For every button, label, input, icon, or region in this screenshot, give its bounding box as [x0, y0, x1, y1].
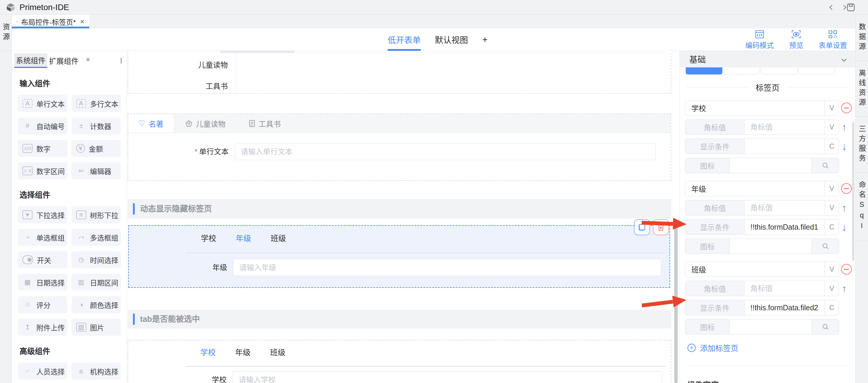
properties-panel: 基础 标签页 V 角标值	[680, 51, 855, 383]
tab-reference-books[interactable]: 工具书	[237, 114, 292, 133]
display-condition-input[interactable]	[745, 219, 825, 234]
tab-class[interactable]: 班级	[270, 346, 285, 357]
display-condition-input[interactable]	[745, 139, 825, 154]
component-color-picker[interactable]: ◑颜色选择	[71, 296, 121, 313]
school-input[interactable]	[232, 371, 662, 383]
move-up-icon[interactable]: ↑	[842, 283, 847, 294]
document-tab-active[interactable]: 布局控件-标签页* ×	[12, 15, 89, 28]
add-tab-page-button[interactable]: + 添加标签页	[687, 342, 855, 353]
component-editor[interactable]: A≡编辑器	[71, 162, 121, 179]
books-tabbar: ♡ 名著 儿童读物 工具书	[128, 114, 671, 133]
component-image[interactable]: ▧图片	[71, 319, 121, 336]
component-amount[interactable]: ¥金额	[71, 140, 121, 157]
variable-toggle[interactable]: V	[825, 100, 839, 115]
move-up-icon[interactable]: ↑	[842, 202, 847, 214]
tab-name-input[interactable]	[685, 181, 825, 196]
sidebar-item-offline-resources[interactable]: 离线资源	[856, 61, 868, 117]
component-rating[interactable]: ☆评分	[18, 296, 67, 313]
component-tree-dropdown[interactable]: ≡树形下拉	[71, 206, 121, 224]
component-switch[interactable]: 开关	[18, 251, 67, 268]
tab-low-code-form[interactable]: 低开表单	[388, 28, 421, 51]
remove-tab-icon[interactable]	[841, 264, 852, 274]
badge-value-input[interactable]	[745, 281, 825, 296]
icon-search-button[interactable]	[812, 320, 839, 334]
remove-tab-icon[interactable]	[841, 102, 852, 113]
segment[interactable]	[798, 67, 835, 75]
move-up-icon[interactable]: ↑	[842, 121, 847, 133]
save-icon[interactable]	[846, 3, 856, 12]
sidebar-item-datasource[interactable]: 数据源	[856, 15, 868, 61]
close-tab-icon[interactable]: ×	[80, 17, 85, 26]
variable-toggle[interactable]: V	[825, 200, 839, 215]
tab-school[interactable]: 学校	[201, 232, 216, 243]
segment-active[interactable]	[686, 67, 722, 75]
tab-name-input[interactable]	[685, 262, 825, 276]
tab-class[interactable]: 班级	[271, 232, 286, 243]
nav-back-button[interactable]	[827, 3, 837, 12]
variable-toggle[interactable]: V	[825, 120, 839, 135]
grade-input[interactable]	[233, 259, 661, 276]
component-multi-line-text[interactable]: A多行文本	[71, 95, 121, 112]
condition-toggle[interactable]: C	[825, 139, 839, 154]
tab-page-groups: V 角标值 V 显示条件 C 图标	[680, 100, 855, 334]
sidebar-item-thirdparty-services[interactable]: 三方服务	[856, 117, 868, 173]
component-number[interactable]: 123数字	[18, 140, 67, 157]
condition-toggle[interactable]: C	[825, 219, 839, 234]
single-line-text-input[interactable]	[235, 143, 656, 160]
component-attachment-upload[interactable]: ↥附件上传	[18, 319, 67, 336]
icon-search-button[interactable]	[812, 239, 839, 254]
icon-input[interactable]	[730, 239, 812, 254]
sidebar-item-named-sql[interactable]: 命名Sql	[856, 173, 868, 241]
component-org-select[interactable]: 品机构选择	[71, 363, 121, 380]
move-down-icon[interactable]: ↓	[842, 222, 847, 233]
tabs-component-bottom[interactable]: 学校 年级 班级 学校	[128, 340, 671, 383]
tab-grade[interactable]: 年级	[235, 346, 251, 357]
icon-input[interactable]	[730, 158, 812, 173]
component-number-range[interactable]: 1~3数字区间	[18, 162, 67, 179]
add-view-button[interactable]: +	[482, 34, 488, 45]
variable-toggle[interactable]: V	[825, 262, 839, 276]
tabs-component-books[interactable]: ♡ 名著 儿童读物 工具书 *单行文本	[128, 114, 671, 181]
tab-school[interactable]: 学校	[200, 346, 216, 357]
tab-name-input[interactable]	[685, 100, 825, 115]
move-down-icon[interactable]: ↓	[842, 141, 847, 152]
variable-toggle[interactable]: V	[825, 181, 839, 196]
component-counter[interactable]: ±计数器	[71, 117, 121, 135]
icon-search-button[interactable]	[812, 158, 839, 173]
panel-scrollbar[interactable]	[852, 122, 855, 261]
badge-value-input[interactable]	[745, 200, 825, 215]
tab-name-row: V	[685, 181, 839, 196]
segment[interactable]	[761, 67, 797, 75]
component-date-picker[interactable]: ▦日期选择	[18, 274, 67, 291]
sidebar-item-resources[interactable]: 资源	[0, 15, 11, 51]
display-condition-input[interactable]	[745, 300, 825, 315]
form-settings-button[interactable]: 表单设置	[819, 30, 847, 50]
code-mode-button[interactable]: 编码模式	[745, 30, 774, 50]
tab-system-components[interactable]: 系统组件	[14, 53, 47, 68]
badge-value-input[interactable]	[745, 120, 825, 135]
component-person-select[interactable]: ○⁺人员选择	[18, 363, 67, 380]
component-dropdown-select[interactable]: ▾下拉选择	[18, 206, 67, 224]
tab-default-view[interactable]: 默认视图	[435, 28, 468, 51]
tabs-component-selected[interactable]: 学校 年级 班级 年级	[128, 225, 670, 288]
tab-grade[interactable]: 年级	[236, 232, 251, 243]
component-checkbox-group[interactable]: ✓≡多选框组	[71, 229, 121, 246]
component-auto-number[interactable]: #自动编号	[18, 117, 67, 135]
segment[interactable]	[723, 67, 760, 75]
variable-toggle[interactable]: V	[825, 281, 839, 296]
tab-extension-components[interactable]: 扩展组件	[47, 53, 80, 68]
tab-children-books[interactable]: 儿童读物	[174, 114, 237, 133]
condition-toggle[interactable]: C	[825, 300, 839, 315]
remove-tab-icon[interactable]	[841, 183, 852, 194]
properties-header[interactable]: 基础	[680, 51, 855, 67]
scrolled-form-section[interactable]: 儿童读物 工具书	[128, 53, 671, 94]
preview-button[interactable]: 预览	[789, 30, 803, 50]
palette-collapse-chevron-icon[interactable]	[121, 58, 121, 63]
icon-input[interactable]	[730, 320, 812, 334]
palette-list-icon[interactable]: ≡	[86, 56, 90, 63]
component-time-picker[interactable]: ◷时间选择	[71, 251, 121, 268]
component-single-line-text[interactable]: A单行文本	[18, 95, 67, 112]
tab-famous-books[interactable]: ♡ 名著	[128, 114, 174, 133]
component-radio-group[interactable]: ◦≡单选框组	[18, 229, 67, 246]
component-date-range[interactable]: ▥日期区间	[71, 274, 121, 291]
